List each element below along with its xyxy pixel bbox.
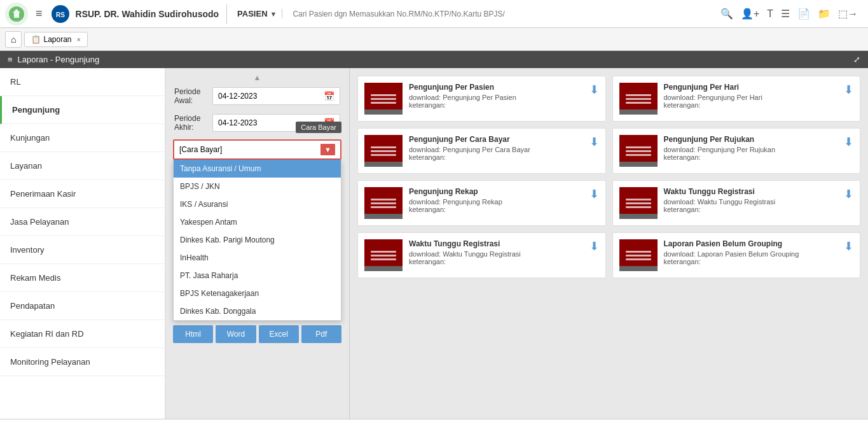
sidebar-item-rl[interactable]: RL bbox=[0, 68, 165, 96]
download-icon-0[interactable]: ⬇ bbox=[589, 83, 599, 97]
dropdown-option-6[interactable]: PT. Jasa Raharja bbox=[174, 267, 341, 285]
report-action-3: ⬇ bbox=[844, 135, 853, 149]
text-icon[interactable]: T bbox=[767, 8, 773, 20]
laporan-tab-close[interactable]: × bbox=[77, 36, 81, 43]
report-download-1: download: Pengunjung Per Hari bbox=[664, 94, 838, 101]
pasien-label: PASIEN bbox=[237, 9, 267, 18]
report-download-4: download: Pengunjung Rekap bbox=[409, 198, 583, 206]
list-icon[interactable]: ☰ bbox=[781, 8, 790, 20]
pdf-button[interactable]: Pdf bbox=[301, 325, 341, 343]
sidebar-item-kegiatan-ri-rd[interactable]: Kegiatan RI dan RD bbox=[0, 320, 165, 348]
footer: Copyright © 2015 - 2023 @ SIMGOS RS Ver.… bbox=[0, 419, 868, 422]
tabbar: ⌂ 📋 Laporan × bbox=[0, 28, 868, 51]
download-icon-7[interactable]: ⬇ bbox=[844, 239, 853, 253]
report-action-5: ⬇ bbox=[844, 187, 853, 201]
periode-akhir-label: Periode Akhir: bbox=[174, 114, 211, 132]
sidebar-item-rekam-medis[interactable]: Rekam Medis bbox=[0, 264, 165, 292]
download-icon-6[interactable]: ⬇ bbox=[589, 239, 599, 253]
hospital-logo: RS bbox=[50, 4, 71, 24]
report-thumb-4 bbox=[364, 187, 403, 219]
sidebar-item-pendapatan[interactable]: Pendapatan bbox=[0, 292, 165, 320]
report-action-2: ⬇ bbox=[589, 135, 599, 149]
sidebar-item-kunjungan[interactable]: Kunjungan bbox=[0, 124, 165, 152]
dropdown-option-1[interactable]: BPJS / JKN bbox=[174, 178, 341, 195]
cara-bayar-menu: Tanpa Asuransi / Umum BPJS / JKN IKS / A… bbox=[173, 160, 341, 321]
search-input[interactable] bbox=[287, 7, 710, 21]
report-download-6: download: Waktu Tunggu Registrasi bbox=[409, 250, 583, 258]
download-icon-5[interactable]: ⬇ bbox=[844, 187, 853, 201]
report-grid: Pengunjung Per Pasien download: Pengunju… bbox=[357, 76, 860, 278]
download-icon-4[interactable]: ⬇ bbox=[589, 187, 599, 201]
pasien-arrow-icon: ▼ bbox=[270, 10, 277, 18]
dropdown-option-2[interactable]: IKS / Asuransi bbox=[174, 195, 341, 213]
search-icon[interactable]: 🔍 bbox=[720, 8, 733, 20]
report-action-7: ⬇ bbox=[844, 239, 853, 253]
svg-text:RS: RS bbox=[56, 11, 65, 18]
cara-bayar-placeholder: [Cara Bayar] bbox=[179, 145, 222, 154]
reports-panel: Pengunjung Per Pasien download: Pengunju… bbox=[350, 68, 868, 419]
sidebar-item-layanan[interactable]: Layanan bbox=[0, 152, 165, 180]
report-title-0: Pengunjung Per Pasien bbox=[409, 83, 583, 92]
report-keterangan-6: keterangan: bbox=[409, 258, 583, 265]
report-info-4: Pengunjung Rekap download: Pengunjung Re… bbox=[409, 187, 583, 213]
report-card-1: Pengunjung Per Hari download: Pengunjung… bbox=[612, 76, 861, 122]
sidebar-item-pengunjung[interactable]: Pengunjung bbox=[0, 96, 165, 124]
report-card-3: Pengunjung Per Rujukan download: Pengunj… bbox=[612, 128, 861, 174]
download-icon-3[interactable]: ⬇ bbox=[844, 135, 853, 149]
periode-awal-input[interactable] bbox=[213, 88, 319, 104]
report-card-4: Pengunjung Rekap download: Pengunjung Re… bbox=[357, 180, 606, 226]
cara-bayar-select[interactable]: [Cara Bayar] ▼ bbox=[173, 139, 341, 160]
report-thumb-2 bbox=[364, 135, 403, 167]
sidebar-item-penerimaan-kasir[interactable]: Penerimaan Kasir bbox=[0, 180, 165, 208]
dropdown-option-8[interactable]: Dinkes Kab. Donggala bbox=[174, 302, 341, 320]
exit-icon[interactable]: ⬚→ bbox=[838, 8, 858, 20]
periode-awal-calendar-icon[interactable]: 📅 bbox=[319, 88, 340, 104]
pasien-selector[interactable]: PASIEN ▼ bbox=[232, 9, 282, 18]
report-download-2: download: Pengunjung Per Cara Bayar bbox=[409, 146, 583, 153]
cara-bayar-row: Cara Bayar [Cara Bayar] ▼ Tanpa Asuransi… bbox=[173, 139, 341, 160]
download-icon-1[interactable]: ⬇ bbox=[844, 83, 853, 97]
excel-button[interactable]: Excel bbox=[259, 325, 299, 343]
cara-bayar-tooltip: Cara Bayar bbox=[296, 122, 341, 133]
report-download-7: download: Laporan Pasien Belum Grouping bbox=[664, 250, 838, 258]
dropdown-option-7[interactable]: BPJS Ketenagakerjaan bbox=[174, 285, 341, 302]
report-keterangan-7: keterangan: bbox=[664, 258, 838, 265]
document-icon[interactable]: 📄 bbox=[797, 8, 810, 20]
laporan-tab[interactable]: 📋 Laporan × bbox=[24, 32, 87, 47]
periode-awal-input-wrapper: 📅 bbox=[212, 87, 340, 105]
filter-panel: ▲ Periode Awal: 📅 bbox=[165, 68, 350, 419]
cara-bayar-arrow-icon[interactable]: ▼ bbox=[320, 144, 335, 155]
report-keterangan-3: keterangan: bbox=[664, 153, 838, 161]
report-title-4: Pengunjung Rekap bbox=[409, 187, 583, 196]
dropdown-option-4[interactable]: Dinkes Kab. Parigi Moutong bbox=[174, 231, 341, 249]
download-icon-2[interactable]: ⬇ bbox=[589, 135, 599, 149]
section-header-left: ≡ Laporan - Pengunjung bbox=[8, 55, 99, 64]
section-menu-icon: ≡ bbox=[8, 55, 13, 64]
report-card-6: Waktu Tunggu Registrasi download: Waktu … bbox=[357, 232, 606, 278]
sidebar-item-inventory[interactable]: Inventory bbox=[0, 236, 165, 264]
report-info-7: Laporan Pasien Belum Grouping download: … bbox=[664, 239, 838, 265]
home-tab[interactable]: ⌂ bbox=[5, 31, 22, 48]
report-info-1: Pengunjung Per Hari download: Pengunjung… bbox=[664, 83, 838, 109]
html-button[interactable]: Html bbox=[173, 325, 213, 343]
search-container bbox=[287, 7, 710, 21]
sidebar-item-monitoring-pelayanan[interactable]: Monitoring Pelayanan bbox=[0, 348, 165, 376]
add-user-icon[interactable]: 👤+ bbox=[741, 8, 759, 20]
sidebar-item-jasa-pelayanan[interactable]: Jasa Pelayanan bbox=[0, 208, 165, 236]
section-expand-icon[interactable]: ⤢ bbox=[853, 55, 860, 64]
report-action-1: ⬇ bbox=[844, 83, 853, 97]
report-title-1: Pengunjung Per Hari bbox=[664, 83, 838, 92]
report-action-4: ⬇ bbox=[589, 187, 599, 201]
menu-icon[interactable]: ≡ bbox=[33, 4, 45, 23]
report-card-7: Laporan Pasien Belum Grouping download: … bbox=[612, 232, 861, 278]
dropdown-option-5[interactable]: InHealth bbox=[174, 249, 341, 267]
dropdown-option-0[interactable]: Tanpa Asuransi / Umum bbox=[174, 160, 341, 178]
app-logo bbox=[5, 3, 28, 25]
folder-icon[interactable]: 📁 bbox=[818, 8, 830, 20]
main-layout: RL Pengunjung Kunjungan Layanan Penerima… bbox=[0, 68, 868, 419]
word-button[interactable]: Word bbox=[216, 325, 256, 343]
dropdown-option-3[interactable]: Yakespen Antam bbox=[174, 213, 341, 231]
report-info-5: Waktu Tunggu Registrasi download: Waktu … bbox=[664, 187, 838, 213]
report-thumb-3 bbox=[619, 135, 658, 167]
report-download-3: download: Pengunjung Per Rujukan bbox=[664, 146, 838, 153]
